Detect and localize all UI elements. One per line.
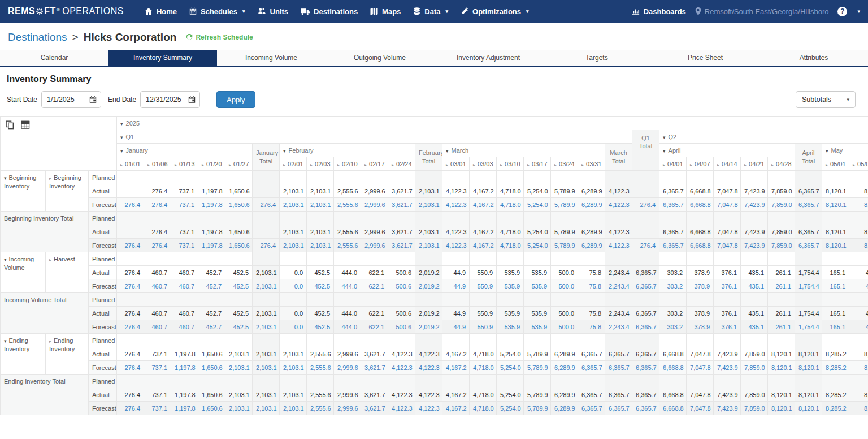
value-cell[interactable]: 8,120.1 [795, 361, 822, 375]
col-header-05-05[interactable]: ▸05/05 [849, 157, 868, 171]
value-cell[interactable]: 6,365.7 [578, 361, 605, 375]
value-cell[interactable]: 4,122.3 [415, 361, 442, 375]
value-cell[interactable]: 6,668.8 [687, 198, 714, 212]
value-cell[interactable]: 378.9 [687, 279, 714, 293]
value-cell[interactable]: 2,103.1 [253, 402, 280, 415]
value-cell[interactable]: 276.4 [117, 402, 144, 415]
value-cell[interactable]: 276.4 [117, 198, 144, 212]
help-icon[interactable]: ? [837, 7, 847, 16]
value-cell[interactable]: 2,103.1 [307, 198, 334, 212]
value-cell[interactable]: 6,365.7 [632, 361, 659, 375]
value-cell[interactable]: 6,365.7 [659, 239, 687, 252]
value-cell[interactable]: 303.2 [659, 320, 687, 334]
value-cell[interactable]: 4,718.0 [497, 239, 524, 252]
value-cell[interactable]: 165.1 [822, 320, 849, 334]
row-header-category[interactable]: ▾Beginning Inventory [1, 171, 46, 212]
value-cell[interactable]: 276.4 [117, 239, 144, 252]
value-cell[interactable]: 1,197.8 [171, 402, 198, 415]
value-cell[interactable]: 2,999.6 [334, 402, 361, 415]
value-cell[interactable]: 2,555.6 [307, 361, 334, 375]
refresh-schedule-button[interactable]: Refresh Schedule [186, 33, 253, 41]
value-cell[interactable]: 2,103.1 [415, 198, 442, 212]
value-cell[interactable]: 44.9 [442, 320, 470, 334]
value-cell[interactable]: 5,789.9 [524, 402, 551, 415]
value-cell[interactable]: 4,718.0 [497, 198, 524, 212]
value-cell[interactable]: 550.9 [470, 279, 497, 293]
value-cell[interactable]: 261.1 [768, 320, 795, 334]
value-cell[interactable]: 2,103.1 [225, 402, 253, 415]
value-cell[interactable]: 6,289.9 [578, 198, 605, 212]
value-cell[interactable]: 3,621.7 [361, 361, 388, 375]
subtotals-dropdown[interactable]: Subtotals ▾ [796, 91, 856, 108]
value-cell[interactable]: 276.4 [117, 361, 144, 375]
value-cell[interactable]: 2,103.1 [307, 239, 334, 252]
value-cell[interactable]: 8,120.1 [795, 402, 822, 415]
tab-calendar[interactable]: Calendar [0, 50, 108, 66]
value-cell[interactable]: 1,650.6 [198, 402, 225, 415]
value-cell[interactable]: 435.1 [741, 320, 768, 334]
value-cell[interactable]: 5,254.0 [497, 361, 524, 375]
col-header-03-24[interactable]: ▸03/24 [551, 157, 578, 171]
value-cell[interactable]: 5,789.9 [524, 361, 551, 375]
value-cell[interactable]: 535.9 [497, 320, 524, 334]
value-cell[interactable]: 5,789.9 [551, 198, 578, 212]
nav-item-data[interactable]: Data▾ [407, 0, 454, 23]
value-cell[interactable]: 6,365.7 [605, 402, 632, 415]
value-cell[interactable]: 4,122.3 [415, 402, 442, 415]
tab-attributes[interactable]: Attributes [760, 50, 868, 66]
value-cell[interactable]: 2,999.6 [334, 361, 361, 375]
value-cell[interactable]: 3,621.7 [361, 402, 388, 415]
calendar-picker-icon[interactable] [188, 96, 196, 104]
value-cell[interactable]: 2,555.6 [334, 198, 361, 212]
tab-incoming-volume[interactable]: Incoming Volume [217, 50, 326, 66]
location-selector[interactable]: Remsoft/South East/Georgia/Hillsboro [695, 7, 829, 16]
value-cell[interactable]: 444.0 [334, 320, 361, 334]
col-header-02-10[interactable]: ▸02/10 [334, 157, 361, 171]
col-header-year[interactable]: ▾2025 [117, 117, 868, 130]
value-cell[interactable]: 3,621.7 [388, 239, 415, 252]
value-cell[interactable]: 4,167.2 [442, 402, 470, 415]
value-cell[interactable]: 7,047.8 [714, 198, 741, 212]
col-header-04-28[interactable]: ▸04/28 [768, 157, 795, 171]
value-cell[interactable]: 5,254.0 [524, 198, 551, 212]
value-cell[interactable]: 622.1 [361, 279, 388, 293]
user-menu-caret-icon[interactable]: ▾ [857, 9, 860, 14]
value-cell[interactable]: 2,103.1 [280, 402, 307, 415]
nav-item-optimizations[interactable]: Optimizations▾ [454, 0, 535, 23]
calendar-picker-icon[interactable] [89, 96, 97, 104]
value-cell[interactable]: 1,650.6 [225, 239, 253, 252]
value-cell[interactable]: 1,197.8 [198, 198, 225, 212]
value-cell[interactable]: 2,243.4 [605, 279, 632, 293]
value-cell[interactable]: 737.1 [171, 239, 198, 252]
value-cell[interactable]: 7,859.0 [768, 198, 795, 212]
nav-item-maps[interactable]: Maps [364, 0, 407, 23]
nav-item-home[interactable]: Home [138, 0, 183, 23]
value-cell[interactable]: 4,122.3 [605, 239, 632, 252]
value-cell[interactable]: 444.0 [334, 279, 361, 293]
value-cell[interactable]: 4,122.3 [388, 402, 415, 415]
value-cell[interactable]: 2,243.4 [605, 320, 632, 334]
value-cell[interactable]: 452.7 [198, 320, 225, 334]
col-header-01-13[interactable]: ▸01/13 [171, 157, 198, 171]
nav-item-schedules[interactable]: Schedules▾ [183, 0, 251, 23]
nav-item-units[interactable]: Units [251, 0, 295, 23]
col-header-01-20[interactable]: ▸01/20 [198, 157, 225, 171]
col-header-03-10[interactable]: ▸03/10 [497, 157, 524, 171]
row-header-category[interactable]: ▾Ending Inventory [1, 334, 46, 375]
value-cell[interactable]: 276.4 [117, 279, 144, 293]
tab-targets[interactable]: Targets [542, 50, 651, 66]
col-header-february[interactable]: ▾February [280, 144, 415, 157]
value-cell[interactable]: 165.1 [822, 279, 849, 293]
value-cell[interactable]: 500.0 [551, 279, 578, 293]
tab-outgoing-volume[interactable]: Outgoing Volume [326, 50, 434, 66]
value-cell[interactable]: 6,668.8 [687, 239, 714, 252]
col-header-may[interactable]: ▾May [822, 144, 868, 157]
value-cell[interactable]: 460.7 [171, 320, 198, 334]
value-cell[interactable]: 8,120.1 [822, 239, 849, 252]
value-cell[interactable]: 276.4 [117, 320, 144, 334]
value-cell[interactable]: 6,365.7 [795, 198, 822, 212]
row-header-category[interactable]: ▾Incoming Volume [1, 252, 46, 293]
value-cell[interactable]: 737.1 [144, 361, 171, 375]
col-header-january[interactable]: ▾January [117, 144, 253, 157]
value-cell[interactable]: 4,167.2 [470, 239, 497, 252]
